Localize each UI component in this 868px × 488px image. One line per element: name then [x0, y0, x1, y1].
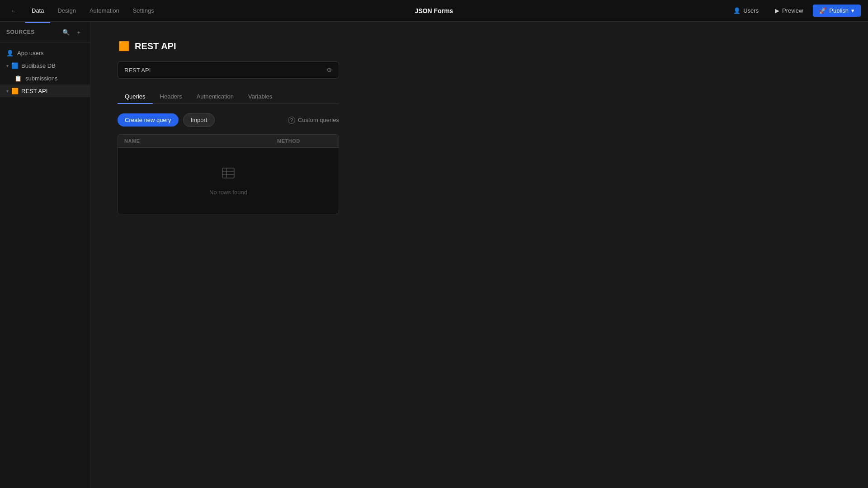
chevron-down-icon: ▾ [851, 7, 854, 14]
rest-api-panel-icon: 🟧 [118, 40, 130, 52]
app-users-icon: 👤 [6, 49, 14, 56]
sidebar-title: Sources [6, 29, 35, 35]
col-method-header: METHOD [271, 135, 339, 147]
preview-button[interactable]: ▶ Preview [769, 5, 809, 17]
search-icon: 🔍 [62, 29, 70, 36]
publish-button[interactable]: 🚀 Publish ▾ [813, 5, 861, 17]
panel-title: REST API [135, 41, 176, 52]
tab-authentication[interactable]: Authentication [189, 89, 241, 103]
submissions-icon: 📋 [14, 75, 22, 82]
main-content: 🟧 REST API ⚙ Queries Headers Authenticat… [90, 22, 868, 488]
help-icon: ? [288, 117, 295, 124]
tabs-row: Queries Headers Authentication Variables [118, 89, 339, 104]
preview-icon: ▶ [775, 7, 779, 14]
tab-data[interactable]: Data [25, 5, 50, 17]
tab-headers[interactable]: Headers [153, 89, 189, 103]
no-rows-state: No rows found [118, 148, 339, 214]
sidebar-item-app-users[interactable]: 👤 App users [0, 47, 90, 59]
custom-queries-button[interactable]: ? Custom queries [288, 117, 339, 124]
sidebar-item-label: REST API [21, 88, 47, 94]
nav-right: 👤 Users ▶ Preview 🚀 Publish ▾ [727, 5, 861, 17]
users-button[interactable]: 👤 Users [727, 5, 765, 17]
sidebar-item-submissions[interactable]: 📋 submissions [0, 72, 90, 84]
chevron-down-icon: ▾ [6, 63, 9, 68]
sidebar-items: 👤 App users ▾ 🟦 Budibase DB 📋 submission… [0, 43, 90, 101]
panel-header: 🟧 REST API [118, 40, 841, 52]
name-input-row: ⚙ [118, 61, 339, 79]
back-button[interactable]: ← [7, 5, 20, 17]
no-rows-text: No rows found [209, 189, 247, 196]
sidebar-item-budibase-db[interactable]: ▾ 🟦 Budibase DB [0, 59, 90, 72]
layout: Sources 🔍 + 👤 App users ▾ 🟦 [0, 22, 868, 488]
topnav: ← Data Design Automation Settings JSON F… [0, 0, 868, 22]
sidebar-group-budibase-db: ▾ 🟦 Budibase DB 📋 submissions [0, 59, 90, 84]
tab-variables[interactable]: Variables [241, 89, 279, 103]
users-icon: 👤 [733, 7, 741, 14]
search-button[interactable]: 🔍 [61, 27, 71, 37]
svg-rect-0 [222, 168, 234, 178]
tab-queries[interactable]: Queries [118, 89, 153, 103]
sidebar-item-rest-api[interactable]: ▾ 🟧 REST API [0, 84, 90, 97]
add-source-button[interactable]: + [74, 27, 84, 37]
settings-icon[interactable]: ⚙ [326, 66, 332, 74]
sidebar: Sources 🔍 + 👤 App users ▾ 🟦 [0, 22, 90, 488]
table-body: No rows found [118, 148, 339, 214]
tab-design[interactable]: Design [51, 5, 82, 17]
chevron-down-icon: ▾ [6, 89, 9, 94]
sidebar-item-label: submissions [25, 75, 58, 82]
app-title: JSON Forms [415, 7, 453, 14]
empty-table-icon [221, 166, 236, 183]
queries-table: NAME METHOD No rows found [118, 134, 339, 214]
publish-icon: 🚀 [819, 7, 826, 14]
actions-row: Create new query Import ? Custom queries [118, 113, 339, 127]
nav-tabs: Data Design Automation Settings [25, 5, 160, 17]
add-icon: + [77, 29, 80, 36]
sidebar-actions: 🔍 + [61, 27, 84, 37]
create-query-button[interactable]: Create new query [118, 113, 179, 127]
sidebar-header: Sources 🔍 + [0, 22, 90, 43]
table-header: NAME METHOD [118, 135, 339, 148]
import-button[interactable]: Import [183, 113, 215, 127]
budibase-db-icon: 🟦 [11, 62, 19, 69]
tab-settings[interactable]: Settings [127, 5, 160, 17]
sidebar-item-label: App users [17, 50, 44, 56]
custom-queries-label: Custom queries [298, 117, 339, 123]
nav-left: ← Data Design Automation Settings [7, 5, 160, 17]
tab-automation[interactable]: Automation [83, 5, 126, 17]
sidebar-group-rest-api: ▾ 🟧 REST API [0, 84, 90, 97]
rest-api-icon: 🟧 [11, 87, 19, 94]
name-input[interactable] [124, 67, 326, 74]
col-name-header: NAME [118, 135, 271, 147]
sidebar-item-label: Budibase DB [21, 62, 56, 69]
